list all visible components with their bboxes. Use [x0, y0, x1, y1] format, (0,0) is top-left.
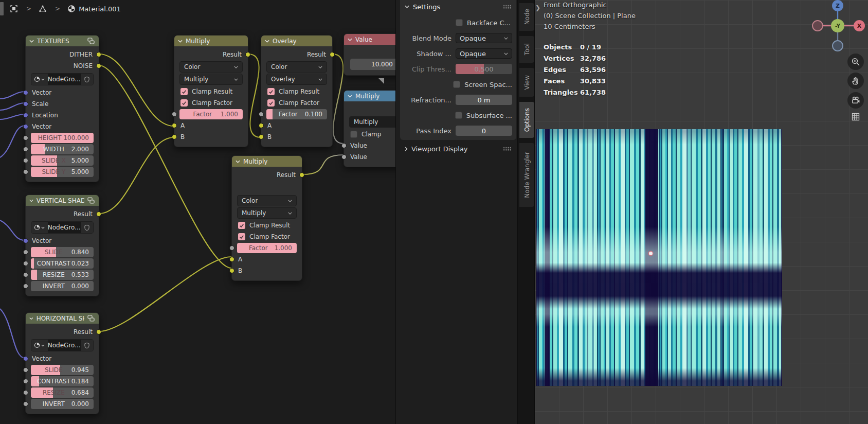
node-group-selector[interactable]: NodeGro... [31, 221, 94, 234]
node-header[interactable]: Multiply [232, 156, 302, 167]
slider-resize[interactable]: RESIZE0.684 [31, 387, 94, 398]
socket[interactable] [23, 238, 28, 243]
checkbox-checked[interactable] [180, 99, 188, 107]
node-header[interactable]: Value [344, 34, 395, 45]
zoom-button[interactable] [847, 54, 864, 70]
factor-slider[interactable]: Factor1.000 [179, 109, 243, 119]
node-value[interactable]: Value 10.000 [343, 33, 395, 76]
node-link[interactable] [99, 257, 231, 331]
clamp-factor-checkbox[interactable]: Clamp Factor [232, 231, 302, 242]
node-multiply-math[interactable]: Multiply Multiply Clamp Value Value [343, 90, 395, 167]
slider-slide[interactable]: SLIDE0.840 [31, 247, 94, 257]
socket[interactable] [259, 134, 264, 139]
clamp-checkbox[interactable]: Clamp [344, 129, 395, 140]
pass-index-field[interactable]: 0 [456, 126, 512, 136]
clamp-factor-checkbox[interactable]: Clamp Factor [261, 97, 332, 109]
perspective-toggle-button[interactable] [847, 109, 864, 125]
blend-mode-dropdown[interactable]: Opaque [456, 33, 512, 43]
slider-width[interactable]: WIDTH2.000 [31, 144, 94, 154]
checkbox-checked[interactable] [238, 222, 245, 229]
3d-viewport[interactable]: ❯ Front Orthographic (0) Scene Collectio… [534, 0, 868, 424]
backface-culling-checkbox[interactable]: Backface C... [456, 17, 512, 28]
breadcrumb-material[interactable]: Material.001 [79, 5, 121, 13]
socket[interactable] [245, 52, 250, 57]
node-group-selector[interactable]: NodeGro... [31, 73, 94, 85]
panel-grip[interactable] [503, 147, 512, 151]
node-multiply-2[interactable]: Multiply Result Color Multiply Clamp Res… [231, 155, 302, 281]
region-resize-triangle[interactable] [378, 78, 384, 84]
socket[interactable] [229, 257, 234, 262]
socket[interactable] [229, 268, 234, 273]
data-type-dropdown[interactable]: Color [179, 61, 243, 73]
node-overlay[interactable]: Overlay Result Color Overlay Clamp Resul… [261, 35, 333, 147]
collapse-chevron-icon[interactable] [348, 38, 352, 41]
blend-mode-dropdown[interactable]: Multiply [237, 207, 297, 219]
node-link[interactable] [333, 54, 343, 144]
tab-tool[interactable]: Tool [519, 36, 535, 63]
socket[interactable] [23, 401, 28, 407]
panel-grip[interactable] [503, 5, 512, 9]
node-vertical-shadow[interactable]: VERTICAL SHAD... Result NodeGro... Vecto… [25, 195, 99, 296]
gizmo-x-axis[interactable]: X [854, 20, 865, 31]
screen-space-refraction-checkbox[interactable]: Screen Spac... [453, 79, 512, 90]
slider-slide[interactable]: SLIDE0.945 [31, 365, 94, 375]
socket[interactable] [23, 261, 28, 266]
node-link[interactable] [99, 137, 174, 214]
socket[interactable] [23, 250, 28, 255]
node-link[interactable] [0, 309, 25, 358]
panel-title[interactable]: Viewport Display [411, 145, 468, 153]
socket[interactable] [23, 390, 28, 395]
node-link[interactable] [0, 103, 25, 110]
collapse-chevron-icon[interactable] [405, 5, 409, 8]
node-horizontal-shadow[interactable]: HORIZONTAL SH... Result NodeGro... Vecto… [25, 312, 99, 414]
node-group-name[interactable]: NodeGro... [48, 222, 81, 233]
node-header[interactable]: VERTICAL SHAD... [26, 195, 99, 206]
subsurface-translucency-checkbox[interactable]: Subsurface ... [455, 110, 512, 120]
socket[interactable] [341, 143, 347, 148]
socket[interactable] [259, 112, 264, 117]
socket[interactable] [23, 113, 28, 118]
checkbox-checked[interactable] [267, 88, 275, 95]
slider-contrast[interactable]: CONTRAST0.184 [31, 376, 94, 386]
data-type-dropdown[interactable]: Color [237, 195, 297, 206]
panel-title[interactable]: Settings [413, 3, 440, 11]
socket[interactable] [23, 158, 28, 163]
operation-dropdown[interactable]: Multiply [349, 116, 395, 128]
node-group-name[interactable]: NodeGro... [48, 340, 81, 351]
editor-corner-handle[interactable] [0, 2, 4, 15]
node-header[interactable]: Multiply [344, 91, 395, 101]
socket[interactable] [23, 284, 28, 289]
camera-view-button[interactable] [847, 92, 864, 109]
socket[interactable] [23, 169, 28, 174]
navigation-gizmo[interactable]: Z X -Y [809, 0, 866, 51]
checkbox-unchecked[interactable] [455, 112, 462, 119]
socket[interactable] [23, 356, 28, 361]
node-link[interactable] [0, 92, 25, 99]
value-field[interactable]: 10.000 [350, 59, 395, 70]
node-header[interactable]: Overlay [261, 36, 332, 46]
clip-threshold-slider[interactable]: 0.500 [456, 64, 512, 74]
clamp-result-checkbox[interactable]: Clamp Result [174, 86, 248, 97]
socket[interactable] [172, 134, 177, 139]
node-header[interactable]: TEXTURES [26, 36, 99, 46]
socket[interactable] [172, 112, 177, 117]
clamp-result-checkbox[interactable]: Clamp Result [232, 220, 302, 231]
slider-contrast[interactable]: CONTRAST0.023 [31, 258, 94, 269]
socket[interactable] [96, 329, 101, 334]
slider-invert[interactable]: INVERT0.000 [31, 281, 94, 291]
node-link[interactable] [0, 220, 25, 240]
socket[interactable] [96, 211, 101, 217]
blend-mode-dropdown[interactable]: Multiply [179, 74, 243, 85]
node-link[interactable] [0, 126, 25, 157]
checkbox-checked[interactable] [238, 233, 245, 240]
node-textures[interactable]: TEXTURES DITHER NOISE NodeGro... Vector … [25, 35, 99, 182]
clamp-factor-checkbox[interactable]: Clamp Factor [174, 97, 248, 109]
factor-slider[interactable]: Factor0.100 [266, 109, 327, 119]
socket[interactable] [23, 90, 28, 95]
gizmo-minus-y-axis[interactable]: -Y [831, 19, 844, 32]
slider-resize[interactable]: RESIZE0.533 [31, 270, 94, 280]
refraction-depth-field[interactable]: 0 m [456, 95, 512, 105]
collapse-chevron-icon[interactable] [29, 317, 33, 320]
socket[interactable] [172, 123, 177, 128]
node-group-name[interactable]: NodeGro... [48, 74, 81, 85]
